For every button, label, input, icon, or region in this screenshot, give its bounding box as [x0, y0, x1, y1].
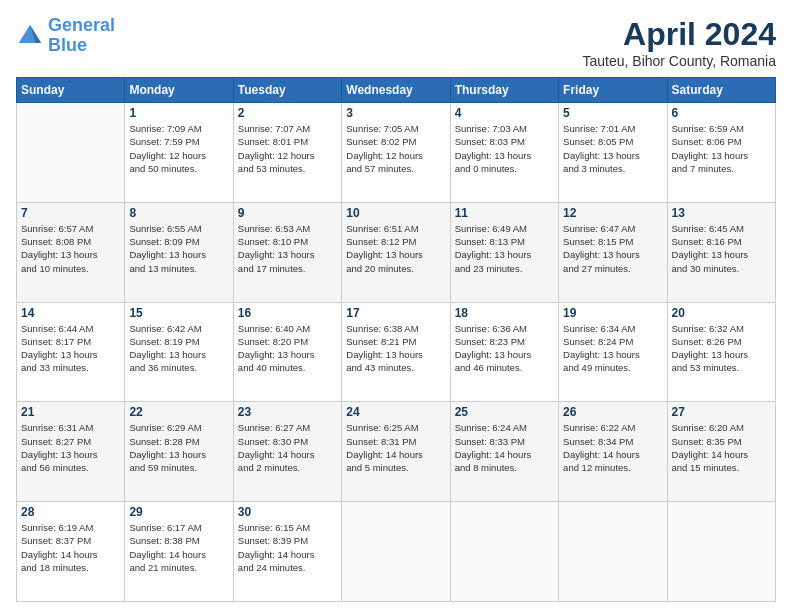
month-year: April 2024 — [582, 16, 776, 53]
calendar-cell: 25Sunrise: 6:24 AM Sunset: 8:33 PM Dayli… — [450, 402, 558, 502]
day-number: 11 — [455, 206, 554, 220]
col-tuesday: Tuesday — [233, 78, 341, 103]
logo-text: General Blue — [48, 16, 115, 56]
header: General Blue April 2024 Tauteu, Bihor Co… — [16, 16, 776, 69]
title-block: April 2024 Tauteu, Bihor County, Romania — [582, 16, 776, 69]
cell-info: Sunrise: 6:55 AM Sunset: 8:09 PM Dayligh… — [129, 222, 228, 275]
calendar-cell: 21Sunrise: 6:31 AM Sunset: 8:27 PM Dayli… — [17, 402, 125, 502]
calendar-cell: 28Sunrise: 6:19 AM Sunset: 8:37 PM Dayli… — [17, 502, 125, 602]
calendar-cell: 2Sunrise: 7:07 AM Sunset: 8:01 PM Daylig… — [233, 103, 341, 203]
calendar-cell: 17Sunrise: 6:38 AM Sunset: 8:21 PM Dayli… — [342, 302, 450, 402]
cell-info: Sunrise: 7:09 AM Sunset: 7:59 PM Dayligh… — [129, 122, 228, 175]
calendar-cell — [342, 502, 450, 602]
day-number: 26 — [563, 405, 662, 419]
calendar-cell: 26Sunrise: 6:22 AM Sunset: 8:34 PM Dayli… — [559, 402, 667, 502]
day-number: 1 — [129, 106, 228, 120]
calendar-cell: 24Sunrise: 6:25 AM Sunset: 8:31 PM Dayli… — [342, 402, 450, 502]
calendar-cell: 10Sunrise: 6:51 AM Sunset: 8:12 PM Dayli… — [342, 202, 450, 302]
calendar-cell: 13Sunrise: 6:45 AM Sunset: 8:16 PM Dayli… — [667, 202, 775, 302]
cell-info: Sunrise: 7:01 AM Sunset: 8:05 PM Dayligh… — [563, 122, 662, 175]
calendar-header-row: Sunday Monday Tuesday Wednesday Thursday… — [17, 78, 776, 103]
day-number: 19 — [563, 306, 662, 320]
cell-info: Sunrise: 6:24 AM Sunset: 8:33 PM Dayligh… — [455, 421, 554, 474]
cell-info: Sunrise: 6:36 AM Sunset: 8:23 PM Dayligh… — [455, 322, 554, 375]
day-number: 21 — [21, 405, 120, 419]
calendar-cell: 15Sunrise: 6:42 AM Sunset: 8:19 PM Dayli… — [125, 302, 233, 402]
calendar-week-2: 7Sunrise: 6:57 AM Sunset: 8:08 PM Daylig… — [17, 202, 776, 302]
cell-info: Sunrise: 6:27 AM Sunset: 8:30 PM Dayligh… — [238, 421, 337, 474]
day-number: 16 — [238, 306, 337, 320]
calendar-cell: 22Sunrise: 6:29 AM Sunset: 8:28 PM Dayli… — [125, 402, 233, 502]
cell-info: Sunrise: 6:45 AM Sunset: 8:16 PM Dayligh… — [672, 222, 771, 275]
cell-info: Sunrise: 6:19 AM Sunset: 8:37 PM Dayligh… — [21, 521, 120, 574]
calendar-week-3: 14Sunrise: 6:44 AM Sunset: 8:17 PM Dayli… — [17, 302, 776, 402]
cell-info: Sunrise: 6:32 AM Sunset: 8:26 PM Dayligh… — [672, 322, 771, 375]
cell-info: Sunrise: 6:29 AM Sunset: 8:28 PM Dayligh… — [129, 421, 228, 474]
cell-info: Sunrise: 7:07 AM Sunset: 8:01 PM Dayligh… — [238, 122, 337, 175]
calendar-cell: 14Sunrise: 6:44 AM Sunset: 8:17 PM Dayli… — [17, 302, 125, 402]
location: Tauteu, Bihor County, Romania — [582, 53, 776, 69]
cell-info: Sunrise: 6:20 AM Sunset: 8:35 PM Dayligh… — [672, 421, 771, 474]
calendar-cell — [450, 502, 558, 602]
calendar-week-1: 1Sunrise: 7:09 AM Sunset: 7:59 PM Daylig… — [17, 103, 776, 203]
day-number: 14 — [21, 306, 120, 320]
cell-info: Sunrise: 6:40 AM Sunset: 8:20 PM Dayligh… — [238, 322, 337, 375]
calendar-cell: 20Sunrise: 6:32 AM Sunset: 8:26 PM Dayli… — [667, 302, 775, 402]
day-number: 29 — [129, 505, 228, 519]
calendar-cell: 6Sunrise: 6:59 AM Sunset: 8:06 PM Daylig… — [667, 103, 775, 203]
day-number: 22 — [129, 405, 228, 419]
day-number: 23 — [238, 405, 337, 419]
day-number: 28 — [21, 505, 120, 519]
cell-info: Sunrise: 6:49 AM Sunset: 8:13 PM Dayligh… — [455, 222, 554, 275]
day-number: 24 — [346, 405, 445, 419]
day-number: 12 — [563, 206, 662, 220]
day-number: 13 — [672, 206, 771, 220]
calendar-cell: 12Sunrise: 6:47 AM Sunset: 8:15 PM Dayli… — [559, 202, 667, 302]
calendar-cell: 18Sunrise: 6:36 AM Sunset: 8:23 PM Dayli… — [450, 302, 558, 402]
col-saturday: Saturday — [667, 78, 775, 103]
cell-info: Sunrise: 6:25 AM Sunset: 8:31 PM Dayligh… — [346, 421, 445, 474]
cell-info: Sunrise: 6:53 AM Sunset: 8:10 PM Dayligh… — [238, 222, 337, 275]
calendar-cell — [667, 502, 775, 602]
cell-info: Sunrise: 6:47 AM Sunset: 8:15 PM Dayligh… — [563, 222, 662, 275]
day-number: 4 — [455, 106, 554, 120]
cell-info: Sunrise: 6:31 AM Sunset: 8:27 PM Dayligh… — [21, 421, 120, 474]
day-number: 3 — [346, 106, 445, 120]
col-sunday: Sunday — [17, 78, 125, 103]
day-number: 25 — [455, 405, 554, 419]
calendar-cell: 23Sunrise: 6:27 AM Sunset: 8:30 PM Dayli… — [233, 402, 341, 502]
day-number: 10 — [346, 206, 445, 220]
day-number: 6 — [672, 106, 771, 120]
calendar-cell — [17, 103, 125, 203]
calendar-week-4: 21Sunrise: 6:31 AM Sunset: 8:27 PM Dayli… — [17, 402, 776, 502]
calendar-cell: 7Sunrise: 6:57 AM Sunset: 8:08 PM Daylig… — [17, 202, 125, 302]
cell-info: Sunrise: 6:38 AM Sunset: 8:21 PM Dayligh… — [346, 322, 445, 375]
page: General Blue April 2024 Tauteu, Bihor Co… — [0, 0, 792, 612]
cell-info: Sunrise: 6:57 AM Sunset: 8:08 PM Dayligh… — [21, 222, 120, 275]
col-wednesday: Wednesday — [342, 78, 450, 103]
day-number: 20 — [672, 306, 771, 320]
calendar-cell: 1Sunrise: 7:09 AM Sunset: 7:59 PM Daylig… — [125, 103, 233, 203]
cell-info: Sunrise: 6:59 AM Sunset: 8:06 PM Dayligh… — [672, 122, 771, 175]
day-number: 17 — [346, 306, 445, 320]
calendar-week-5: 28Sunrise: 6:19 AM Sunset: 8:37 PM Dayli… — [17, 502, 776, 602]
day-number: 15 — [129, 306, 228, 320]
calendar-cell: 4Sunrise: 7:03 AM Sunset: 8:03 PM Daylig… — [450, 103, 558, 203]
col-thursday: Thursday — [450, 78, 558, 103]
calendar-cell: 9Sunrise: 6:53 AM Sunset: 8:10 PM Daylig… — [233, 202, 341, 302]
logo-icon — [16, 22, 44, 50]
cell-info: Sunrise: 6:42 AM Sunset: 8:19 PM Dayligh… — [129, 322, 228, 375]
day-number: 30 — [238, 505, 337, 519]
cell-info: Sunrise: 6:34 AM Sunset: 8:24 PM Dayligh… — [563, 322, 662, 375]
calendar-cell — [559, 502, 667, 602]
calendar-cell: 5Sunrise: 7:01 AM Sunset: 8:05 PM Daylig… — [559, 103, 667, 203]
calendar-cell: 30Sunrise: 6:15 AM Sunset: 8:39 PM Dayli… — [233, 502, 341, 602]
calendar-cell: 11Sunrise: 6:49 AM Sunset: 8:13 PM Dayli… — [450, 202, 558, 302]
col-monday: Monday — [125, 78, 233, 103]
day-number: 9 — [238, 206, 337, 220]
day-number: 27 — [672, 405, 771, 419]
day-number: 2 — [238, 106, 337, 120]
col-friday: Friday — [559, 78, 667, 103]
calendar-cell: 16Sunrise: 6:40 AM Sunset: 8:20 PM Dayli… — [233, 302, 341, 402]
cell-info: Sunrise: 6:51 AM Sunset: 8:12 PM Dayligh… — [346, 222, 445, 275]
